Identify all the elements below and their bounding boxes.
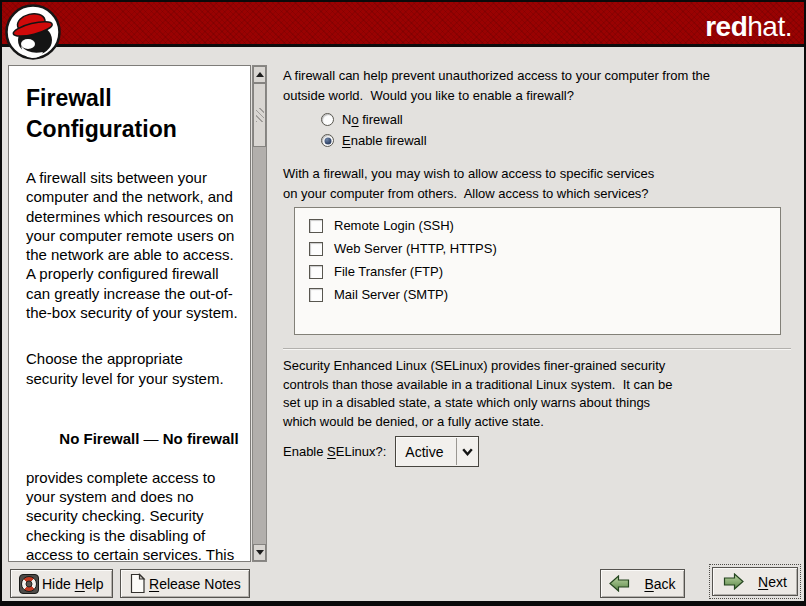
document-icon	[129, 573, 146, 594]
next-label: Next	[758, 574, 787, 590]
hide-help-label: Hide Help	[42, 576, 104, 592]
checkbox-ssh[interactable]	[309, 219, 323, 233]
chevron-down-icon[interactable]	[457, 448, 478, 456]
radio-selected-dot-icon	[324, 137, 331, 144]
radio-no-firewall-label[interactable]: No firewall	[342, 112, 403, 127]
selinux-dropdown-value[interactable]: Active	[396, 444, 456, 460]
help-panel: Firewall Configuration A firewall sits b…	[8, 65, 268, 562]
service-row-ftp[interactable]: File Transfer (FTP)	[309, 264, 780, 279]
selinux-label: Enable SELinux?:	[283, 444, 386, 459]
wordmark-red: red	[705, 11, 747, 42]
checkbox-web[interactable]	[309, 242, 323, 256]
back-button[interactable]: Back	[600, 569, 685, 598]
radio-enable-firewall-circle-icon[interactable]	[321, 134, 334, 147]
no-firewall-term-2: No firewall	[163, 430, 239, 447]
wordmark-hat: hat.	[747, 11, 792, 42]
radio-no-firewall-circle-icon[interactable]	[321, 113, 334, 126]
help-paragraph-1: A firewall sits between your computer an…	[26, 168, 240, 322]
services-list: Remote Login (SSH) Web Server (HTTP, HTT…	[294, 207, 781, 335]
firewall-intro-text: A firewall can help prevent unauthorized…	[283, 66, 710, 106]
help-text-area: Firewall Configuration A firewall sits b…	[8, 65, 251, 562]
scroll-up-button[interactable]	[253, 66, 266, 83]
dash: —	[139, 430, 162, 447]
service-label-ssh[interactable]: Remote Login (SSH)	[334, 218, 454, 233]
service-row-smtp[interactable]: Mail Server (SMTP)	[309, 287, 780, 302]
life-buoy-icon	[19, 574, 39, 594]
arrow-down-icon	[256, 550, 264, 555]
installer-window: redhat. Firewall Configuration A firewal…	[0, 0, 806, 606]
radio-enable-firewall-label[interactable]: Enable firewall	[342, 133, 427, 148]
services-intro-text: With a firewall, you may wish to allow a…	[283, 164, 654, 204]
arrow-right-icon	[723, 573, 744, 590]
next-button-focus-ring: Next	[709, 564, 801, 599]
help-paragraph-3-body: provides complete access to your system …	[26, 468, 240, 562]
section-separator	[283, 348, 791, 350]
radio-no-firewall[interactable]: No firewall	[321, 111, 403, 128]
page-title: Firewall Configuration	[26, 83, 240, 145]
arrow-up-icon	[256, 72, 264, 77]
release-notes-button[interactable]: Release Notes	[120, 569, 250, 598]
scrollbar-thumb[interactable]	[253, 83, 266, 147]
selinux-dropdown[interactable]: Active	[395, 436, 479, 467]
checkbox-ftp[interactable]	[309, 265, 323, 279]
radio-enable-firewall[interactable]: Enable firewall	[321, 132, 427, 149]
hide-help-button[interactable]: Hide Help	[10, 569, 113, 598]
back-label: Back	[644, 576, 675, 592]
help-paragraph-2: Choose the appropriate security level fo…	[26, 349, 240, 388]
service-row-web[interactable]: Web Server (HTTP, HTTPS)	[309, 241, 780, 256]
selinux-description-text: Security Enhanced Linux (SELinux) provid…	[283, 357, 673, 431]
no-firewall-term: No Firewall	[59, 430, 139, 447]
selinux-setting-row: Enable SELinux?: Active	[283, 436, 479, 467]
release-notes-label: Release Notes	[149, 576, 241, 592]
scroll-down-button[interactable]	[253, 544, 266, 561]
service-label-ftp[interactable]: File Transfer (FTP)	[334, 264, 443, 279]
service-label-smtp[interactable]: Mail Server (SMTP)	[334, 287, 448, 302]
arrow-left-icon	[609, 575, 630, 592]
help-scrollbar[interactable]	[252, 65, 267, 562]
checkbox-smtp[interactable]	[309, 288, 323, 302]
service-label-web[interactable]: Web Server (HTTP, HTTPS)	[334, 241, 497, 256]
help-paragraph-3: No Firewall — No firewall provides compl…	[26, 410, 240, 562]
next-button[interactable]: Next	[712, 567, 798, 596]
redhat-shadowman-logo-icon	[5, 4, 61, 60]
service-row-ssh[interactable]: Remote Login (SSH)	[309, 218, 780, 233]
scrollbar-grip-icon	[256, 108, 264, 122]
redhat-wordmark: redhat.	[705, 11, 792, 43]
header-banner: redhat.	[2, 2, 804, 47]
